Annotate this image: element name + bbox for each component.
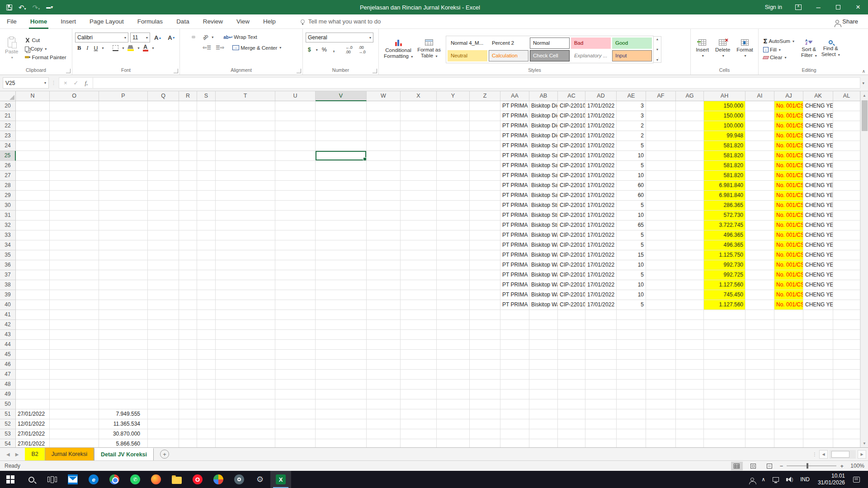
cell-AJ21[interactable]: No. 001/CS (774, 111, 803, 121)
cell-AC32[interactable]: CIP-22010 (558, 221, 585, 230)
cell-AA29[interactable]: PT PRIMA (500, 191, 529, 201)
cell-AE30[interactable]: 5 (617, 201, 646, 211)
col-header-N[interactable]: N (16, 91, 50, 101)
cell-W49[interactable] (367, 389, 401, 399)
cell-AL51[interactable] (833, 409, 860, 419)
cell-AE49[interactable] (617, 389, 646, 399)
cell-AC26[interactable]: CIP-22010 (558, 161, 585, 171)
cell-T34[interactable] (216, 240, 275, 250)
col-header-AK[interactable]: AK (803, 91, 833, 101)
cell-AJ54[interactable] (774, 439, 803, 447)
cell-AA42[interactable] (500, 320, 529, 330)
cell-AJ38[interactable]: No. 001/CS (774, 280, 803, 290)
cell-AH40[interactable]: 1.127.560 (704, 300, 745, 310)
cell-T38[interactable] (216, 280, 275, 290)
cell-AK22[interactable]: CHENG YE (803, 121, 833, 131)
cell-AF36[interactable] (646, 260, 676, 270)
sheet-tab-detail-jv-koreksi[interactable]: Detail JV Koreksi (94, 448, 154, 460)
cell-AD34[interactable]: 17/01/2022 (585, 240, 617, 250)
cell-P54[interactable]: 5.866.560 (99, 439, 148, 447)
cell-AD27[interactable]: 17/01/2022 (585, 171, 617, 181)
cell-S29[interactable] (197, 191, 216, 201)
cell-AF52[interactable] (646, 419, 676, 429)
cell-X26[interactable] (401, 161, 437, 171)
close-button[interactable]: × (848, 0, 868, 14)
cell-X43[interactable] (401, 330, 437, 340)
cell-AB37[interactable]: Biskitop Wa (529, 270, 558, 280)
cell-AC50[interactable] (558, 399, 585, 409)
cell-W40[interactable] (367, 300, 401, 310)
cell-N38[interactable] (16, 280, 50, 290)
cell-W20[interactable] (367, 101, 401, 111)
cell-AB26[interactable]: Biskitop Sa (529, 161, 558, 171)
cell-AI43[interactable] (745, 330, 774, 340)
cell-U43[interactable] (275, 330, 316, 340)
cell-AH52[interactable] (704, 419, 745, 429)
vertical-scrollbar[interactable]: ▲ ▼ (860, 91, 868, 447)
cell-P46[interactable] (99, 360, 148, 370)
cell-U42[interactable] (275, 320, 316, 330)
cell-AG47[interactable] (676, 370, 704, 380)
cell-AC45[interactable] (558, 350, 585, 360)
cell-N40[interactable] (16, 300, 50, 310)
cell-X34[interactable] (401, 240, 437, 250)
cell-AH51[interactable] (704, 409, 745, 419)
cell-AB27[interactable]: Biskitop Sa (529, 171, 558, 181)
cell-AB50[interactable] (529, 399, 558, 409)
cell-T44[interactable] (216, 340, 275, 350)
cell-AE36[interactable]: 10 (617, 260, 646, 270)
cell-AI34[interactable] (745, 240, 774, 250)
cell-W27[interactable] (367, 171, 401, 181)
cell-Y22[interactable] (437, 121, 470, 131)
cell-AE35[interactable]: 15 (617, 250, 646, 260)
cut-button[interactable]: Cut (23, 37, 68, 44)
cell-AG40[interactable] (676, 300, 704, 310)
cell-AE31[interactable]: 10 (617, 211, 646, 221)
cell-AC29[interactable]: CIP-22010 (558, 191, 585, 201)
cell-AF28[interactable] (646, 181, 676, 191)
cell-Z36[interactable] (470, 260, 500, 270)
cell-Q40[interactable] (148, 300, 179, 310)
chrome-taskbar-icon[interactable] (104, 471, 125, 488)
cell-AB42[interactable] (529, 320, 558, 330)
cell-U28[interactable] (275, 181, 316, 191)
cell-AB21[interactable]: Biskitop Dig (529, 111, 558, 121)
cell-R27[interactable] (179, 171, 197, 181)
cell-AF21[interactable] (646, 111, 676, 121)
cell-AC30[interactable]: CIP-22010 (558, 201, 585, 211)
cell-N41[interactable] (16, 310, 50, 320)
cell-X22[interactable] (401, 121, 437, 131)
cell-O42[interactable] (50, 320, 99, 330)
cell-AC36[interactable]: CIP-22010 (558, 260, 585, 270)
number-format-combo[interactable]: General▾ (306, 33, 373, 42)
cell-R44[interactable] (179, 340, 197, 350)
cell-X39[interactable] (401, 290, 437, 300)
cell-Z50[interactable] (470, 399, 500, 409)
cell-AE41[interactable] (617, 310, 646, 320)
cell-Q42[interactable] (148, 320, 179, 330)
cell-AA21[interactable]: PT PRIMA (500, 111, 529, 121)
cell-O24[interactable] (50, 141, 99, 151)
cell-AF22[interactable] (646, 121, 676, 131)
cell-AB53[interactable] (529, 429, 558, 439)
fill-button[interactable]: ↓ Fill▾ (761, 46, 796, 53)
ribbon-tab-page-layout[interactable]: Page Layout (83, 14, 131, 29)
cell-U35[interactable] (275, 250, 316, 260)
cell-U23[interactable] (275, 131, 316, 141)
cell-O48[interactable] (50, 380, 99, 389)
cell-N42[interactable] (16, 320, 50, 330)
cell-AF43[interactable] (646, 330, 676, 340)
cell-Y36[interactable] (437, 260, 470, 270)
cell-S25[interactable] (197, 151, 216, 161)
cell-W38[interactable] (367, 280, 401, 290)
col-header-Y[interactable]: Y (437, 91, 470, 101)
cell-Y27[interactable] (437, 171, 470, 181)
cell-O39[interactable] (50, 290, 99, 300)
cell-AK28[interactable]: CHENG YE (803, 181, 833, 191)
cell-AF33[interactable] (646, 230, 676, 240)
cell-AJ51[interactable] (774, 409, 803, 419)
cell-V33[interactable] (316, 230, 367, 240)
cell-R31[interactable] (179, 211, 197, 221)
cell-T39[interactable] (216, 290, 275, 300)
cell-AC41[interactable] (558, 310, 585, 320)
